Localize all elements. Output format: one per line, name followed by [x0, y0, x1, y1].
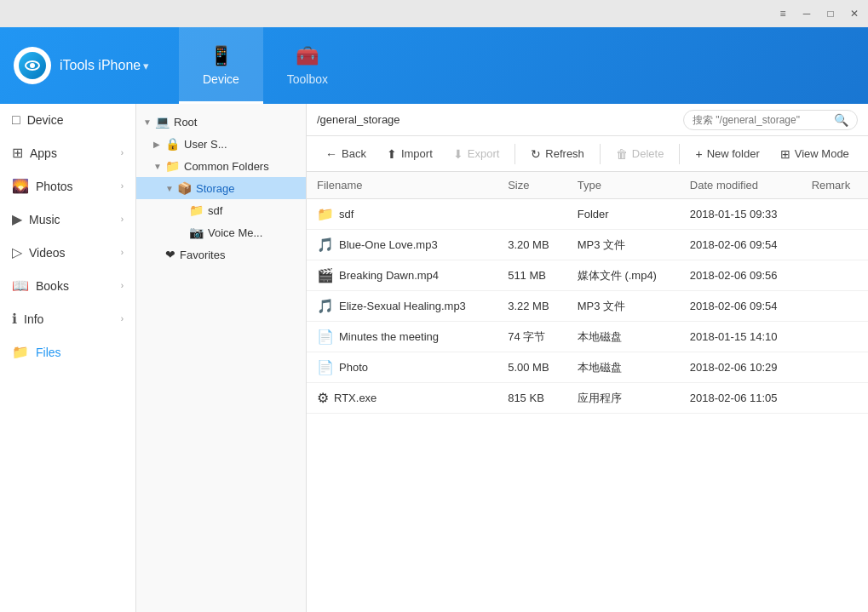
import-button[interactable]: ⬆ Import [378, 143, 441, 165]
users-folder-icon: 🔒 [165, 137, 180, 151]
tab-device[interactable]: 📱 Device [179, 27, 263, 104]
maximize-button[interactable]: □ [824, 7, 837, 20]
tree-sidebar: ▼ 💻 Root ▶ 🔒 User S... ▼ 📁 Common Folder… [136, 104, 307, 612]
col-type[interactable]: Type [567, 172, 680, 199]
file-date-cell: 2018-01-15 14:10 [680, 322, 802, 352]
table-row[interactable]: 📄 Minutes the meeting 74 字节 本地磁盘 2018-01… [307, 322, 868, 352]
file-type-cell: 媒体文件 (.mp4) [567, 260, 680, 291]
file-date-cell: 2018-02-06 09:54 [680, 291, 802, 322]
export-label: Export [468, 147, 500, 160]
device-icon: □ [12, 112, 20, 128]
file-name-cell: 🎵 Blue-One Love.mp3 [307, 230, 497, 260]
table-row[interactable]: 🎵 Elize-Sexual Healing.mp3 3.22 MB MP3 文… [307, 291, 868, 322]
users-arrow-icon: ▶ [153, 140, 165, 149]
sidebar-device-label: Device [27, 113, 64, 127]
tree-item-common-folders[interactable]: ▼ 📁 Common Folders [136, 155, 306, 177]
toolbox-tab-label: Toolbox [287, 72, 328, 86]
back-button[interactable]: ← Back [317, 143, 375, 165]
new-folder-icon: + [695, 147, 702, 161]
storage-arrow-icon: ▼ [165, 184, 177, 193]
file-name-cell: 🎬 Breaking Dawn.mp4 [307, 260, 497, 291]
new-folder-label: New folder [707, 147, 760, 160]
refresh-icon: ↻ [531, 147, 541, 161]
refresh-button[interactable]: ↻ Refresh [522, 143, 593, 165]
file-type-cell: 本地磁盘 [567, 352, 680, 383]
toolbox-tab-icon: 🧰 [296, 45, 319, 67]
filename-text: Blue-One Love.mp3 [339, 238, 438, 251]
tree-item-storage[interactable]: ▼ 📦 Storage [136, 177, 306, 199]
tree-item-root[interactable]: ▼ 💻 Root [136, 111, 306, 133]
sidebar-item-info[interactable]: ℹ Info › [0, 302, 135, 335]
file-size-cell: 511 MB [497, 260, 567, 291]
close-button[interactable]: ✕ [848, 7, 861, 20]
photos-arrow-icon: › [121, 181, 124, 191]
file-remark-cell [802, 230, 868, 260]
sidebar-item-music[interactable]: ▶ Music › [0, 203, 135, 236]
delete-label: Delete [632, 147, 664, 160]
view-mode-button[interactable]: ⊞ View Mode [772, 143, 858, 165]
app-logo [14, 47, 51, 84]
tree-root-label: Root [174, 116, 197, 129]
search-input[interactable] [693, 114, 829, 126]
file-list: Filename Size Type Date modified Remark … [307, 172, 868, 612]
sidebar-books-label: Books [36, 279, 69, 293]
file-type-icon: 🎵 [317, 237, 334, 253]
table-row[interactable]: 🎬 Breaking Dawn.mp4 511 MB 媒体文件 (.mp4) 2… [307, 260, 868, 291]
sidebar-item-videos[interactable]: ▷ Videos › [0, 236, 135, 269]
sidebar-item-books[interactable]: 📖 Books › [0, 269, 135, 302]
header: iTools iPhone ▾ 📱 Device 🧰 Toolbox [0, 27, 868, 104]
file-name-cell: 📁 sdf [307, 199, 497, 230]
dropdown-arrow-icon[interactable]: ▾ [143, 60, 149, 72]
sidebar-item-apps[interactable]: ⊞ Apps › [0, 136, 135, 169]
tab-toolbox[interactable]: 🧰 Toolbox [263, 27, 352, 104]
logo-area: iTools iPhone ▾ [0, 47, 179, 84]
col-remark[interactable]: Remark [802, 172, 868, 199]
music-arrow-icon: › [121, 214, 124, 224]
file-remark-cell [802, 260, 868, 291]
file-type-icon: 🎵 [317, 298, 334, 314]
sidebar-item-photos[interactable]: 🌄 Photos › [0, 169, 135, 203]
table-row[interactable]: 🎵 Blue-One Love.mp3 3.20 MB MP3 文件 2018-… [307, 230, 868, 260]
file-date-cell: 2018-02-06 11:05 [680, 383, 802, 414]
col-date[interactable]: Date modified [680, 172, 802, 199]
tree-item-users[interactable]: ▶ 🔒 User S... [136, 133, 306, 155]
file-size-cell: 3.20 MB [497, 230, 567, 260]
new-folder-button[interactable]: + New folder [687, 143, 767, 165]
menu-icon[interactable]: ≡ [776, 7, 790, 20]
file-date-cell: 2018-01-15 09:33 [680, 199, 802, 230]
file-remark-cell [802, 322, 868, 352]
file-type-cell: Folder [567, 199, 680, 230]
sidebar-item-files[interactable]: 📁 Files [0, 335, 135, 369]
app-name: iTools iPhone [60, 58, 141, 73]
view-mode-label: View Mode [795, 147, 849, 160]
table-row[interactable]: 📁 sdf Folder 2018-01-15 09:33 [307, 199, 868, 230]
file-size-cell: 74 字节 [497, 322, 567, 352]
tree-item-favorites[interactable]: ❤ Favorites [136, 243, 306, 266]
sidebar-apps-label: Apps [30, 146, 57, 160]
tree-item-voice-me[interactable]: 📷 Voice Me... [136, 221, 306, 243]
current-path: /general_storage [317, 113, 673, 126]
col-filename[interactable]: Filename [307, 172, 497, 199]
file-size-cell [497, 199, 567, 230]
refresh-label: Refresh [545, 147, 584, 160]
file-type-icon: ⚙ [317, 390, 329, 406]
minimize-button[interactable]: ─ [800, 7, 813, 20]
col-size[interactable]: Size [497, 172, 567, 199]
device-tab-icon: 📱 [210, 45, 233, 67]
file-table: Filename Size Type Date modified Remark … [307, 172, 868, 414]
sidebar: □ Device ⊞ Apps › 🌄 Photos › ▶ Music › ▷… [0, 104, 136, 612]
search-box: 🔍 [683, 110, 858, 130]
sidebar-item-device[interactable]: □ Device [0, 104, 135, 136]
tree-common-folders-label: Common Folders [184, 160, 269, 173]
table-header-row: Filename Size Type Date modified Remark [307, 172, 868, 199]
search-icon[interactable]: 🔍 [834, 113, 848, 127]
books-arrow-icon: › [121, 281, 124, 290]
tree-item-sdf[interactable]: 📁 sdf [136, 199, 306, 221]
export-button[interactable]: ⬇ Export [445, 143, 509, 165]
file-type-cell: 本地磁盘 [567, 322, 680, 352]
favorites-icon: ❤ [165, 248, 175, 261]
content-area: /general_storage 🔍 ← Back ⬆ Import ⬇ Exp… [307, 104, 868, 612]
table-row[interactable]: 📄 Photo 5.00 MB 本地磁盘 2018-02-06 10:29 [307, 352, 868, 383]
table-row[interactable]: ⚙ RTX.exe 815 KB 应用程序 2018-02-06 11:05 [307, 383, 868, 414]
delete-button[interactable]: 🗑 Delete [607, 143, 673, 165]
